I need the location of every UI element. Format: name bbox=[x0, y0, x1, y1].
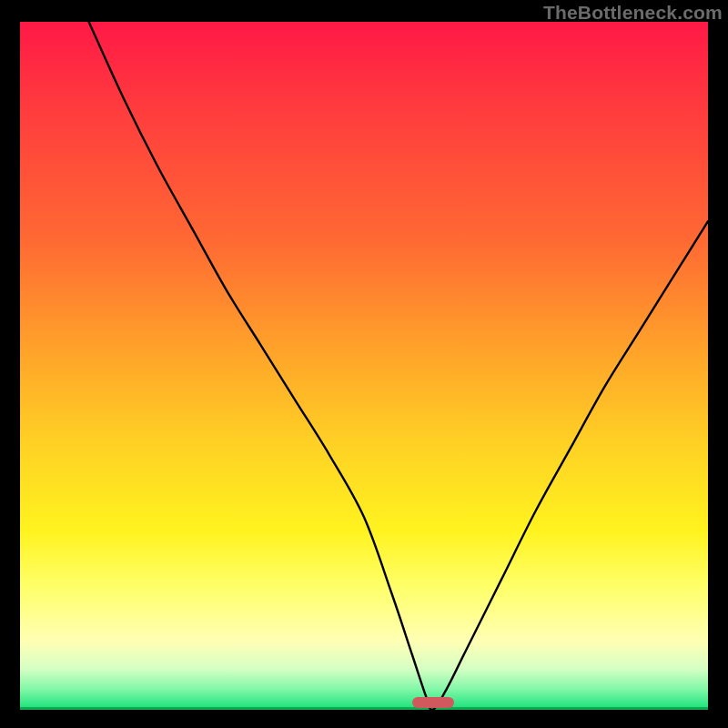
bottleneck-curve bbox=[20, 22, 708, 710]
chart-container: TheBottleneck.com bbox=[0, 0, 728, 728]
plot-area bbox=[20, 22, 708, 710]
watermark-text: TheBottleneck.com bbox=[543, 2, 723, 24]
optimum-marker bbox=[412, 697, 454, 708]
